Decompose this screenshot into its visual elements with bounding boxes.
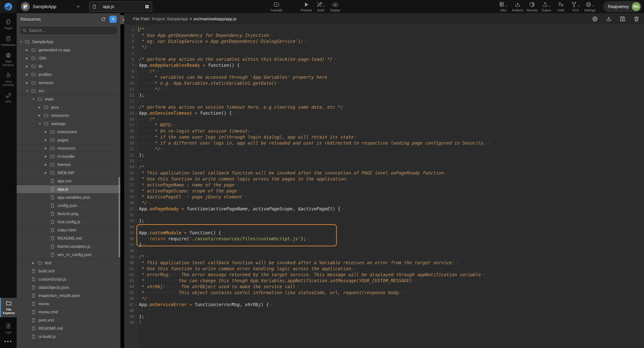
tree-folder-pages[interactable]: ▶pages [17, 136, 120, 144]
chevron-collapsed-icon[interactable]: ▶ [38, 106, 44, 109]
chevron-collapsed-icon[interactable]: ▶ [45, 155, 50, 158]
tree-folder-web-inf[interactable]: ▶WEB-INF [17, 169, 120, 177]
action-export[interactable]: Export [539, 1, 554, 12]
tree-folder-lib[interactable]: ▶lib [17, 62, 120, 71]
rail-item-file-explorer[interactable]: File Explorer [0, 298, 17, 317]
chevron-expanded-icon[interactable]: ▼ [26, 89, 31, 93]
tree-folder-test[interactable]: ▶test [17, 259, 120, 267]
chevron-collapsed-icon[interactable]: ▶ [45, 138, 50, 142]
chevron-collapsed-icon[interactable]: ▶ [45, 163, 50, 166]
action-preview[interactable]: Preview [299, 1, 314, 12]
chevron-collapsed-icon[interactable]: ▶ [26, 48, 31, 52]
tree-file-pom-xml[interactable]: pom.xml [17, 316, 120, 324]
chevron-collapsed-icon[interactable]: ▶ [26, 65, 31, 68]
rail-item-databases[interactable]: Databases [0, 36, 17, 47]
chevron-collapsed-icon[interactable]: ▶ [38, 114, 44, 117]
action-vcs[interactable]: VCS [568, 1, 583, 12]
more-icon[interactable]: ••• [4, 338, 12, 344]
refresh-icon[interactable] [100, 17, 106, 22]
fold-marker[interactable]: ▾ [134, 164, 138, 170]
tree-folder-services[interactable]: ▶services [17, 79, 120, 87]
chevron-expanded-icon[interactable]: ▼ [20, 40, 25, 44]
code-editor[interactable]: 1▾/*¬2 * Use App.getDependency for Depen… [124, 25, 644, 348]
search-input[interactable] [29, 28, 115, 33]
chevron-expanded-icon[interactable]: ▼ [32, 98, 38, 101]
chevron-collapsed-icon[interactable]: ▶ [45, 147, 50, 150]
chevron-collapsed-icon[interactable]: ▶ [45, 171, 50, 175]
project-avatar[interactable] [21, 2, 30, 11]
tree-file-app-js[interactable]: app.js [17, 185, 120, 193]
chevron-collapsed-icon[interactable]: ▶ [26, 73, 31, 76]
fold-marker[interactable]: ▾ [134, 62, 138, 68]
trash-icon[interactable] [633, 16, 640, 22]
tree-file-inspection-results-json[interactable]: inspection_results.json [17, 292, 120, 300]
tree-folder-main[interactable]: ▼main [17, 95, 120, 103]
fold-marker[interactable]: ▾ [134, 206, 138, 212]
action-deploy[interactable]: Deploy [328, 1, 342, 12]
app-logo[interactable] [0, 0, 17, 13]
tree-file-readme-md[interactable]: README.md [17, 234, 120, 243]
tree-folder-resources[interactable]: ▶resources [17, 144, 120, 152]
tree-file-readme-md[interactable]: README.md [17, 324, 120, 332]
rail-item-web-services[interactable]: Web Services [0, 52, 17, 67]
tree-folder-src[interactable]: ▼src [17, 87, 120, 95]
tree-folder-profiles[interactable]: ▶profiles [17, 71, 120, 79]
user-menu[interactable]: Raajvamsy RA [603, 1, 642, 12]
save-icon[interactable] [620, 16, 626, 22]
fold-marker[interactable]: ▾ [134, 302, 138, 308]
tree-folder-rn-bundle[interactable]: ▶rn-bundle [17, 152, 120, 161]
tree-folder-sampleapp[interactable]: ▼SampleApp [17, 38, 120, 46]
tree-file-mvnw-cmd[interactable]: mvnw.cmd [17, 308, 120, 316]
action-security[interactable]: Security [525, 1, 539, 12]
tree-file-wm-rn-config-json[interactable]: wm_rn_config.json [17, 251, 120, 259]
chevron-expanded-icon[interactable]: ▼ [38, 122, 44, 125]
action-settings[interactable]: Settings [583, 1, 597, 12]
project-switcher-chevron-down-icon[interactable] [76, 4, 80, 10]
tree-folder-resources[interactable]: ▶resources [17, 111, 120, 120]
rail-item-java-services[interactable]: Java Services [0, 72, 17, 87]
tree-folder-generated-rn-app[interactable]: ▶generated-rn-app [17, 46, 120, 54]
tree-file-app-variables-json[interactable]: app.variables.json [17, 193, 120, 202]
action-tutorials[interactable]: Tutorials [269, 1, 284, 12]
chevron-collapsed-icon[interactable]: ▶ [26, 57, 31, 60]
rail-item-pages[interactable]: Pages [0, 19, 17, 30]
grid-icon[interactable] [145, 4, 149, 9]
rail-item-apis[interactable]: APIs [0, 92, 17, 103]
tree-folder-themes[interactable]: ▶themes [17, 161, 120, 169]
tree-scrollbar[interactable] [118, 177, 120, 257]
tree-file-config-json[interactable]: config.json [17, 202, 120, 210]
action-artifacts[interactable]: Artifacts [510, 1, 525, 12]
tree-file-font-config-js[interactable]: font.config.js [17, 218, 120, 226]
tree-folder-java[interactable]: ▶java [17, 103, 120, 111]
action-i18n[interactable]: I18N [554, 1, 568, 12]
chevron-collapsed-icon[interactable]: ▶ [32, 261, 38, 265]
tree-file-ui-build-js[interactable]: ui-build.js [17, 332, 120, 341]
fold-marker[interactable]: ▾ [134, 254, 138, 260]
fold-marker[interactable]: ▾ [134, 68, 138, 74]
i18n-icon [558, 2, 564, 8]
tree-file-app-css[interactable]: app.css [17, 177, 120, 185]
tree-folder-extensions[interactable]: ▶extensions [17, 128, 120, 136]
tree-file-theme-variables-js[interactable]: theme.variables.js [17, 243, 120, 251]
fold-marker[interactable]: ▾ [134, 230, 138, 236]
rail-item-logs[interactable]: Logs [0, 323, 17, 334]
action-jobs[interactable]: Jobs [496, 1, 510, 12]
chevron-collapsed-icon[interactable]: ▶ [45, 130, 50, 133]
tree-file-customscript-js[interactable]: customScript.js [17, 275, 120, 283]
add-resource-button[interactable]: + [110, 16, 117, 23]
chevron-collapsed-icon[interactable]: ▶ [26, 81, 31, 84]
settings-icon[interactable] [592, 16, 598, 22]
action-build[interactable]: Build [314, 1, 328, 12]
tree-file-mvnw[interactable]: mvnw [17, 300, 120, 308]
artifacts-icon[interactable] [606, 16, 612, 22]
fold-marker[interactable]: ▾ [134, 27, 138, 33]
tree-file-favicon-png[interactable]: favicon.png [17, 210, 120, 218]
fold-marker[interactable]: ▾ [134, 110, 138, 116]
tree-file-dataobjects-json[interactable]: dataObjects.json [17, 283, 120, 292]
tree-folder-webapp[interactable]: ▼webapp [17, 120, 120, 128]
fold-marker[interactable]: ▾ [134, 116, 138, 122]
tree-folder-i18n[interactable]: ▶i18n [17, 54, 120, 62]
tree-file-build-xml[interactable]: build.xml [17, 267, 120, 275]
open-file-tab[interactable]: app.js [89, 2, 152, 12]
tree-file-index-html[interactable]: index.html [17, 226, 120, 234]
